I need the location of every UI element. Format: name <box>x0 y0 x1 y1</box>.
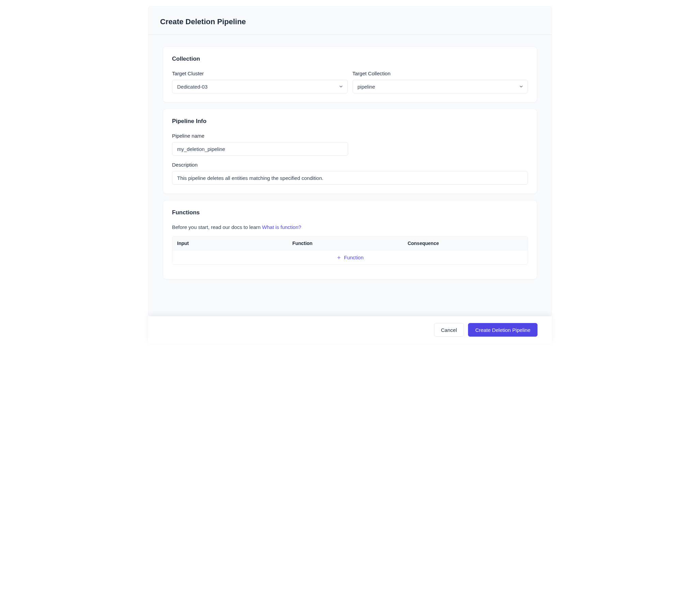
pipeline-description-label: Description <box>172 162 528 168</box>
footer-bar: Cancel Create Deletion Pipeline <box>148 316 552 343</box>
create-pipeline-button[interactable]: Create Deletion Pipeline <box>468 323 538 337</box>
target-collection-value: pipeline <box>358 84 375 90</box>
pipeline-name-input[interactable]: my_deletion_pipeline <box>172 142 348 156</box>
pipeline-description-field: Description This pipeline deletes all en… <box>172 162 528 185</box>
target-collection-field: Target Collection pipeline <box>353 71 528 93</box>
target-cluster-field: Target Cluster Dedicated-03 <box>172 71 348 93</box>
target-collection-label: Target Collection <box>353 71 528 76</box>
target-collection-select[interactable]: pipeline <box>353 80 528 93</box>
collection-card: Collection Target Cluster Dedicated-03 T… <box>163 46 537 103</box>
target-cluster-label: Target Cluster <box>172 71 348 76</box>
functions-col-function: Function <box>292 241 407 246</box>
functions-table: Input Function Consequence Function <box>172 236 528 265</box>
functions-table-header: Input Function Consequence <box>172 236 528 250</box>
target-cluster-select[interactable]: Dedicated-03 <box>172 80 348 93</box>
page-header: Create Deletion Pipeline <box>149 6 551 35</box>
chevron-down-icon <box>339 84 343 89</box>
functions-hint-text: Before you start, read our docs to learn <box>172 224 262 230</box>
add-function-button[interactable]: Function <box>172 250 528 264</box>
collection-card-title: Collection <box>172 56 528 62</box>
page-title: Create Deletion Pipeline <box>160 17 540 26</box>
target-cluster-value: Dedicated-03 <box>177 84 207 90</box>
pipeline-name-field: Pipeline name my_deletion_pipeline <box>172 133 348 156</box>
chevron-down-icon <box>519 84 524 89</box>
pipeline-description-value: This pipeline deletes all entities match… <box>177 175 323 181</box>
functions-title: Functions <box>172 209 528 216</box>
functions-card: Functions Before you start, read our doc… <box>163 200 537 279</box>
add-function-label: Function <box>344 255 364 260</box>
functions-table-body: Function <box>172 250 528 264</box>
cancel-button[interactable]: Cancel <box>434 323 464 337</box>
plus-icon <box>337 255 341 260</box>
functions-col-input: Input <box>177 241 292 246</box>
functions-col-consequence: Consequence <box>408 241 523 246</box>
pipeline-name-value: my_deletion_pipeline <box>177 146 225 152</box>
functions-hint: Before you start, read our docs to learn… <box>172 224 528 230</box>
pipeline-name-label: Pipeline name <box>172 133 348 139</box>
pipeline-description-input[interactable]: This pipeline deletes all entities match… <box>172 171 528 185</box>
functions-doc-link[interactable]: What is function? <box>262 224 301 230</box>
pipeline-info-title: Pipeline Info <box>172 118 528 125</box>
pipeline-info-card: Pipeline Info Pipeline name my_deletion_… <box>163 109 537 194</box>
